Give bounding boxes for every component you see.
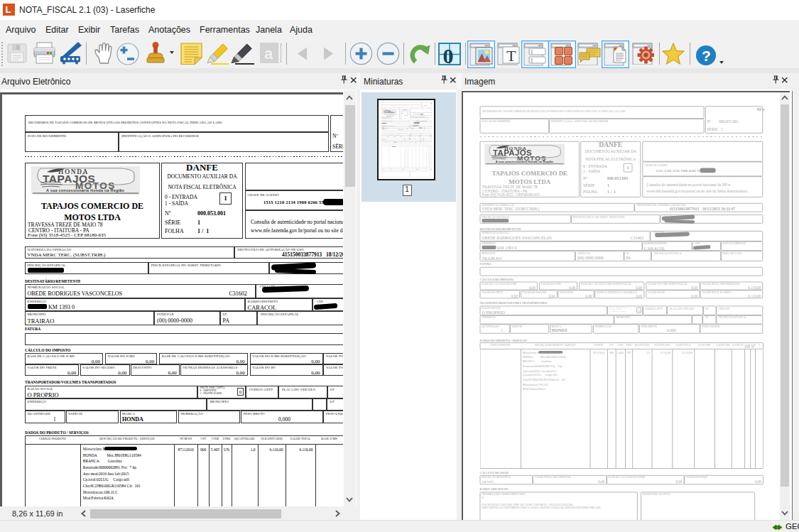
- svg-text:T: T: [506, 46, 516, 64]
- svg-text:MOTOS: MOTOS: [75, 180, 116, 189]
- svg-text:MOTOS: MOTOS: [517, 153, 547, 160]
- svg-text:?: ?: [702, 48, 711, 64]
- svg-text:0: 0: [443, 43, 454, 65]
- svg-text:I: I: [531, 48, 533, 55]
- svg-text:a: a: [264, 45, 273, 63]
- svg-text:I: I: [531, 57, 533, 63]
